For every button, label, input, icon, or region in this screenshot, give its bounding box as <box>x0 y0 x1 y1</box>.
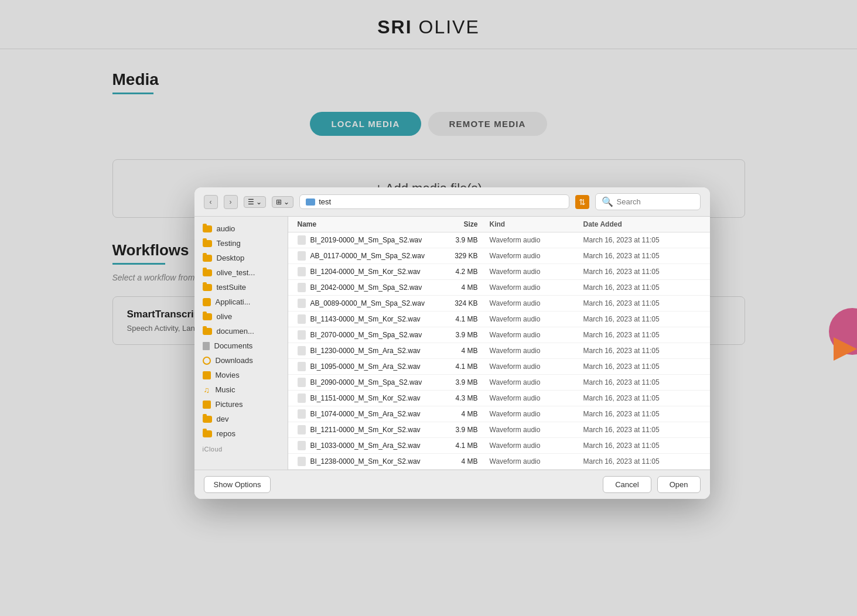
folder-icon <box>203 328 212 335</box>
table-row[interactable]: BI_1095-0000_M_Sm_Ara_S2.wav 4.1 MB Wave… <box>288 359 710 375</box>
list-view-toggle[interactable]: ☰ ⌄ <box>244 196 266 208</box>
col-size-header: Size <box>443 220 490 228</box>
sidebar-item-music[interactable]: ♫ Music <box>194 382 288 397</box>
sidebar-item-olive-test[interactable]: olive_test... <box>194 265 288 280</box>
file-size: 4 MB <box>443 410 490 418</box>
sidebar-item-documents-file[interactable]: Documents <box>194 338 288 353</box>
open-button[interactable]: Open <box>657 476 701 493</box>
file-kind: Waveform audio <box>490 236 583 244</box>
folder-icon <box>203 313 212 320</box>
sidebar-item-repos[interactable]: repos <box>194 426 288 441</box>
sidebar-item-label: Downloads <box>216 356 253 365</box>
file-size: 4.2 MB <box>443 268 490 276</box>
sidebar-item-label: Music <box>216 385 235 394</box>
file-size: 4 MB <box>443 283 490 292</box>
sidebar-item-label: olive <box>217 312 233 321</box>
show-options-button[interactable]: Show Options <box>204 476 271 493</box>
sidebar-item-testsuite[interactable]: testSuite <box>194 280 288 295</box>
cancel-button[interactable]: Cancel <box>603 476 651 493</box>
search-input[interactable] <box>617 197 693 206</box>
file-name-cell: BI_2070-0000_M_Sm_Spa_S2.wav <box>298 330 443 340</box>
file-name-cell: BI_2019-0000_M_Sm_Spa_S2.wav <box>298 235 443 245</box>
grid-view-toggle[interactable]: ⊞ ⌄ <box>272 196 293 208</box>
footer-right: Cancel Open <box>603 476 700 493</box>
sidebar-item-desktop[interactable]: Desktop <box>194 251 288 265</box>
sidebar-item-movies[interactable]: Movies <box>194 368 288 382</box>
file-size: 3.9 MB <box>443 236 490 244</box>
folder-icon <box>203 416 212 423</box>
sidebar-item-applications[interactable]: Applicati... <box>194 295 288 309</box>
table-row[interactable]: BI_1074-0000_M_Sm_Ara_S2.wav 4 MB Wavefo… <box>288 406 710 422</box>
table-row[interactable]: BI_2042-0000_M_Sm_Spa_S2.wav 4 MB Wavefo… <box>288 280 710 296</box>
search-bar[interactable]: 🔍 <box>595 193 701 210</box>
file-kind: Waveform audio <box>490 347 583 355</box>
sidebar-item-audio[interactable]: audio <box>194 221 288 236</box>
file-date: March 16, 2023 at 11:05 <box>583 331 701 339</box>
file-size: 329 KB <box>443 252 490 260</box>
file-icon <box>298 393 306 403</box>
app-icon <box>203 298 211 306</box>
file-size: 3.9 MB <box>443 426 490 434</box>
file-kind: Waveform audio <box>490 362 583 371</box>
nav-back-button[interactable]: ‹ <box>204 195 218 209</box>
file-size: 4.3 MB <box>443 394 490 402</box>
file-name: BI_1151-0000_M_Sm_Kor_S2.wav <box>310 394 421 402</box>
file-name: BI_1238-0000_M_Sm_Kor_S2.wav <box>310 457 421 466</box>
folder-icon <box>203 284 212 291</box>
file-kind: Waveform audio <box>490 457 583 466</box>
nav-forward-button[interactable]: › <box>224 195 238 209</box>
path-folder-icon <box>306 199 315 206</box>
file-name: BI_1143-0000_M_Sm_Kor_S2.wav <box>310 315 421 323</box>
picker-sidebar: audio Testing Desktop olive_test... test… <box>194 217 288 470</box>
sidebar-item-pictures[interactable]: Pictures <box>194 397 288 412</box>
sidebar-item-label: Pictures <box>216 400 243 409</box>
sidebar-item-label: audio <box>217 224 235 233</box>
picker-footer: Show Options Cancel Open <box>194 470 710 499</box>
file-icon <box>298 457 306 466</box>
sidebar-item-testing[interactable]: Testing <box>194 236 288 251</box>
file-size: 4 MB <box>443 457 490 466</box>
file-date: March 16, 2023 at 11:05 <box>583 315 701 323</box>
folder-icon <box>203 240 212 247</box>
file-icon <box>298 362 306 371</box>
sidebar-item-dev[interactable]: dev <box>194 412 288 426</box>
table-row[interactable]: BI_2090-0000_M_Sm_Spa_S2.wav 3.9 MB Wave… <box>288 375 710 391</box>
table-row[interactable]: BI_1151-0000_M_Sm_Kor_S2.wav 4.3 MB Wave… <box>288 391 710 406</box>
file-icon <box>298 425 306 434</box>
table-row[interactable]: AB_0089-0000_M_Sm_Spa_S2.wav 324 KB Wave… <box>288 296 710 312</box>
table-row[interactable]: BI_1033-0000_M_Sm_Ara_S2.wav 4.1 MB Wave… <box>288 438 710 454</box>
file-name-cell: BI_1095-0000_M_Sm_Ara_S2.wav <box>298 362 443 371</box>
file-size: 3.9 MB <box>443 331 490 339</box>
table-row[interactable]: BI_1143-0000_M_Sm_Kor_S2.wav 4.1 MB Wave… <box>288 312 710 327</box>
file-icon <box>298 283 306 292</box>
path-cycle-button[interactable]: ⇅ <box>575 195 589 209</box>
folder-icon <box>203 225 212 232</box>
filelist-header: Name Size Kind Date Added <box>288 217 710 232</box>
table-row[interactable]: BI_1204-0000_M_Sm_Kor_S2.wav 4.2 MB Wave… <box>288 264 710 280</box>
file-picker-overlay: ‹ › ☰ ⌄ ⊞ ⌄ test ⇅ 🔍 <box>0 0 857 616</box>
table-row[interactable]: BI_2019-0000_M_Sm_Spa_S2.wav 3.9 MB Wave… <box>288 232 710 248</box>
sidebar-item-label: documen... <box>217 327 254 336</box>
file-icon <box>298 378 306 387</box>
file-kind: Waveform audio <box>490 331 583 339</box>
file-name: BI_1074-0000_M_Sm_Ara_S2.wav <box>310 410 421 418</box>
table-row[interactable]: BI_2070-0000_M_Sm_Spa_S2.wav 3.9 MB Wave… <box>288 327 710 343</box>
sidebar-item-documents-folder[interactable]: documen... <box>194 324 288 338</box>
file-kind: Waveform audio <box>490 299 583 307</box>
file-name: BI_1230-0000_M_Sm_Ara_S2.wav <box>310 347 421 355</box>
file-name-cell: BI_1204-0000_M_Sm_Kor_S2.wav <box>298 267 443 276</box>
file-size: 4.1 MB <box>443 315 490 323</box>
folder-icon <box>203 269 212 276</box>
file-icon <box>298 235 306 245</box>
file-name: BI_1095-0000_M_Sm_Ara_S2.wav <box>310 362 421 371</box>
file-size: 3.9 MB <box>443 378 490 386</box>
sidebar-item-downloads[interactable]: Downloads <box>194 353 288 368</box>
table-row[interactable]: AB_0117-0000_M_Sm_Spa_S2.wav 329 KB Wave… <box>288 248 710 264</box>
sidebar-item-olive[interactable]: olive <box>194 309 288 324</box>
sidebar-item-label: Applicati... <box>216 297 251 306</box>
file-name: BI_2042-0000_M_Sm_Spa_S2.wav <box>310 283 422 292</box>
table-row[interactable]: BI_1238-0000_M_Sm_Kor_S2.wav 4 MB Wavefo… <box>288 454 710 470</box>
table-row[interactable]: BI_1230-0000_M_Sm_Ara_S2.wav 4 MB Wavefo… <box>288 343 710 359</box>
table-row[interactable]: BI_1211-0000_M_Sm_Kor_S2.wav 3.9 MB Wave… <box>288 422 710 438</box>
sidebar-item-label: Documents <box>214 341 253 350</box>
